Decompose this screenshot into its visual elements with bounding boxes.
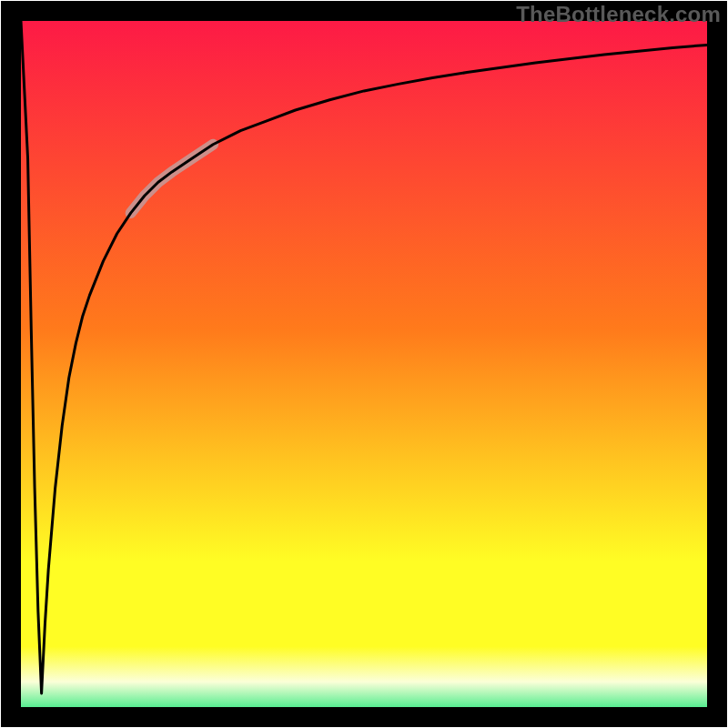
chart-container: TheBottleneck.com <box>0 0 728 728</box>
chart-svg <box>0 0 728 728</box>
plot-background <box>11 11 717 717</box>
watermark-text: TheBottleneck.com <box>516 2 721 27</box>
